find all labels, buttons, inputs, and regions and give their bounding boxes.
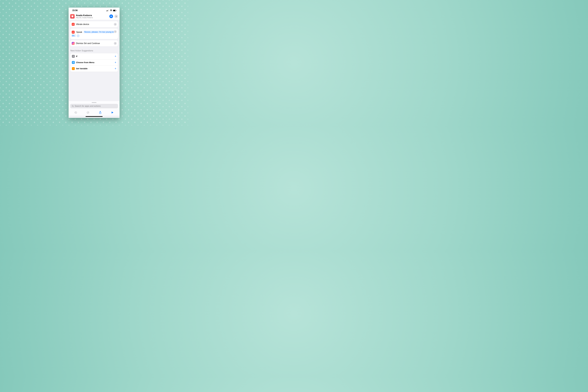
shortcut-title[interactable]: Avada Kedavra — [76, 14, 108, 17]
shortcut-header: Avada Kedavra Hey Siri, Avada Kedavra — [68, 13, 120, 20]
svg-point-21 — [87, 112, 89, 114]
action-speak[interactable]: Speak Noooo, please. I'm too young to di… — [70, 28, 118, 39]
siri-icon — [72, 42, 74, 45]
suggestion-if[interactable]: If + — [70, 53, 118, 60]
search-icon — [72, 105, 74, 107]
expand-param-icon[interactable] — [77, 35, 79, 37]
suggestion-label: Set Variable — [76, 68, 113, 70]
shortcut-app-icon — [70, 14, 74, 18]
action-label: Vibrate device — [76, 23, 89, 26]
svg-point-15 — [73, 57, 73, 57]
status-time: 15:56 — [72, 9, 78, 12]
wifi-icon — [110, 10, 112, 11]
status-icons: ! — [106, 10, 116, 11]
suggestion-menu[interactable]: Choose from Menu + — [70, 60, 118, 66]
svg-rect-8 — [116, 10, 116, 11]
svg-rect-0 — [106, 10, 107, 11]
search-placeholder: Search for apps and actions — [74, 105, 100, 107]
delete-action-button[interactable] — [114, 23, 117, 26]
run-button[interactable] — [110, 110, 114, 114]
shortcut-subtitle: Hey Siri, Avada Kedavra — [76, 17, 108, 18]
svg-rect-2 — [108, 10, 108, 11]
bottom-sheet[interactable]: Search for apps and actions — [68, 101, 120, 109]
svg-point-11 — [111, 16, 111, 17]
phone-frame: 15:56 ! Avada Kedavra Hey Siri, Avada Ke… — [68, 8, 120, 118]
search-input[interactable]: Search for apps and actions — [70, 104, 118, 108]
action-label: Dismiss Siri and Continue — [76, 42, 100, 44]
actions-scroll[interactable]: Vibrate device Speak Noooo, please. I'm … — [68, 20, 120, 101]
cellular-icon: ! — [106, 10, 109, 11]
suggestion-label: If — [76, 55, 113, 58]
undo-button[interactable] — [74, 110, 78, 114]
svg-point-13 — [73, 43, 74, 44]
action-label: Speak — [76, 31, 82, 33]
svg-rect-7 — [113, 10, 115, 11]
redo-button[interactable] — [86, 110, 90, 114]
delete-action-button[interactable] — [114, 42, 117, 45]
menu-icon — [72, 61, 75, 64]
add-suggestion-button[interactable]: + — [114, 67, 116, 70]
battery-icon — [113, 10, 116, 11]
home-indicator[interactable] — [86, 116, 102, 117]
svg-text:x: x — [73, 68, 74, 69]
delete-action-button[interactable] — [114, 30, 117, 33]
svg-rect-12 — [73, 24, 74, 25]
svg-point-16 — [74, 57, 74, 57]
action-dismiss-siri[interactable]: Dismiss Siri and Continue — [70, 40, 118, 46]
svg-point-20 — [75, 112, 77, 114]
suggestions-heading: Next Action Suggestions — [70, 50, 118, 52]
svg-rect-1 — [107, 10, 108, 11]
suggestion-variable[interactable]: x Set Variable + — [70, 66, 118, 72]
svg-point-9 — [111, 16, 111, 16]
bottom-toolbar — [68, 109, 120, 116]
share-button[interactable] — [98, 110, 102, 114]
status-bar: 15:56 ! — [68, 8, 120, 13]
suggestion-label: Choose from Menu — [76, 61, 113, 64]
suggestions-list: If + Choose from Menu + x Set Variable + — [70, 53, 118, 72]
variable-icon: x — [72, 67, 75, 70]
svg-point-10 — [111, 16, 112, 16]
sheet-grabber[interactable] — [92, 102, 96, 103]
branch-icon — [72, 55, 75, 58]
close-button[interactable] — [114, 14, 118, 18]
add-suggestion-button[interactable]: + — [114, 54, 116, 58]
vibrate-icon — [72, 23, 74, 26]
add-suggestion-button[interactable]: + — [114, 61, 116, 64]
speaker-icon — [72, 31, 74, 34]
svg-point-14 — [73, 56, 74, 56]
action-vibrate[interactable]: Vibrate device — [70, 21, 118, 27]
settings-button[interactable] — [109, 14, 113, 18]
